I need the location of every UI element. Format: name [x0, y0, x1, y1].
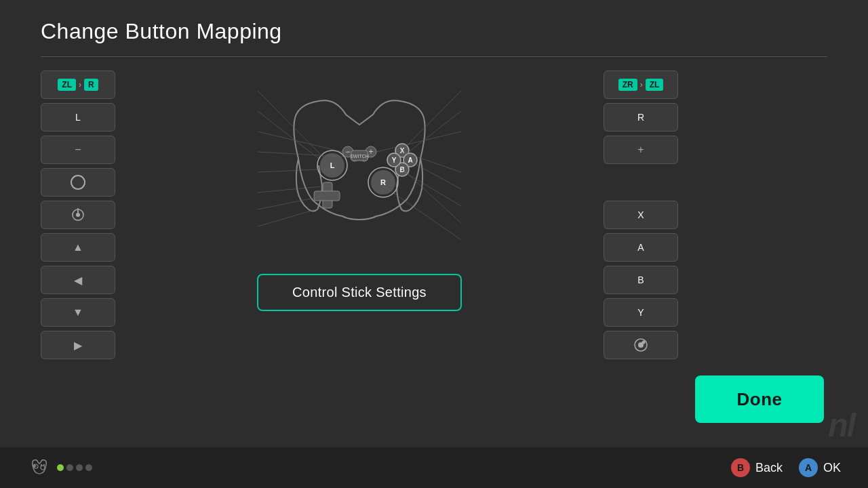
svg-text:L: L: [330, 161, 335, 169]
btn-dpad-left[interactable]: ◀: [41, 266, 115, 294]
controller-area: L R − + SWITCH: [129, 70, 590, 430]
svg-line-36: [395, 91, 461, 157]
svg-line-34: [258, 195, 328, 209]
dot-3: [76, 464, 83, 471]
btn-dpad-down[interactable]: ▼: [41, 298, 115, 327]
svg-line-37: [400, 111, 461, 159]
dpad-left-icon: ◀: [74, 274, 82, 287]
controller-icon: [27, 455, 52, 480]
btn-R[interactable]: R: [604, 103, 678, 131]
svg-text:R: R: [380, 178, 386, 186]
btn-B[interactable]: B: [604, 266, 678, 294]
zr-from-tag: ZR: [618, 79, 637, 91]
back-label: Back: [755, 461, 783, 475]
ok-hint: A OK: [799, 458, 841, 477]
btn-dpad-right[interactable]: ▶: [41, 331, 115, 359]
svg-line-38: [371, 131, 461, 153]
svg-text:SWITCH: SWITCH: [350, 154, 369, 159]
ok-label: OK: [823, 461, 841, 475]
btn-Y[interactable]: Y: [604, 298, 678, 327]
btn-B-label: B: [637, 274, 644, 285]
svg-point-51: [41, 464, 42, 466]
dot-4: [85, 464, 92, 471]
btn-plus[interactable]: +: [604, 136, 678, 164]
btn-L[interactable]: L: [41, 103, 115, 131]
left-button-column: ZL › R L − ▲ ◀ ▼: [41, 70, 115, 430]
b-button-icon: B: [731, 458, 750, 477]
spacer: [604, 168, 678, 197]
watermark: nl: [828, 407, 854, 444]
svg-point-52: [43, 464, 45, 466]
svg-text:X: X: [400, 147, 405, 155]
btn-dpad-up[interactable]: ▲: [41, 233, 115, 262]
dpad-down-icon: ▼: [73, 306, 83, 319]
btn-A[interactable]: A: [604, 233, 678, 262]
btn-Y-label: Y: [637, 307, 644, 318]
svg-line-32: [258, 169, 332, 172]
dot-indicators: [57, 464, 92, 471]
zl-from-tag: ZL: [58, 79, 76, 91]
btn-zr-zl[interactable]: ZR › ZL: [604, 70, 678, 99]
right-button-column: ZR › ZL R + X A B Y: [604, 70, 678, 430]
bottom-nav-hints: B Back A OK: [731, 458, 841, 477]
dpad-up-icon: ▲: [73, 241, 83, 253]
btn-L-label: L: [75, 112, 81, 123]
dot-2: [66, 464, 73, 471]
svg-text:A: A: [408, 157, 412, 164]
done-area: Done: [692, 70, 827, 430]
bottom-bar: B Back A OK: [0, 447, 868, 488]
svg-line-30: [258, 131, 348, 153]
zr-to-tag: ZL: [646, 79, 664, 91]
svg-point-46: [642, 341, 646, 344]
svg-line-29: [258, 111, 319, 159]
svg-line-35: [258, 206, 328, 226]
btn-screenshot[interactable]: [41, 201, 115, 229]
control-stick-settings-button[interactable]: Control Stick Settings: [257, 274, 462, 311]
svg-line-43: [383, 186, 461, 240]
btn-rstick[interactable]: [604, 331, 678, 359]
zl-to-tag: R: [84, 79, 98, 91]
btn-minus[interactable]: −: [41, 136, 115, 164]
capture-icon: [71, 175, 85, 190]
svg-point-1: [76, 213, 80, 217]
svg-line-28: [258, 91, 323, 157]
btn-capture[interactable]: [41, 168, 115, 197]
dpad-right-icon: ▶: [74, 339, 82, 352]
rstick-icon: [633, 338, 648, 352]
svg-text:+: +: [368, 147, 373, 157]
btn-R-label: R: [637, 112, 644, 123]
btn-X[interactable]: X: [604, 201, 678, 229]
screenshot-icon: [71, 208, 85, 222]
svg-point-48: [41, 466, 45, 470]
svg-line-41: [402, 171, 461, 206]
btn-X-label: X: [637, 209, 644, 220]
controller-image: L R − + SWITCH: [258, 77, 461, 253]
svg-rect-11: [314, 191, 340, 201]
done-button[interactable]: Done: [695, 375, 824, 423]
page-title: Change Button Mapping: [0, 0, 868, 56]
svg-rect-50: [33, 466, 37, 467]
plus-icon: +: [637, 144, 644, 156]
main-content: ZL › R L − ▲ ◀ ▼: [0, 57, 868, 443]
back-hint: B Back: [731, 458, 783, 477]
minus-icon: −: [75, 144, 81, 156]
a-button-icon: A: [799, 458, 818, 477]
btn-A-label: A: [637, 242, 644, 253]
btn-zl-r[interactable]: ZL › R: [41, 70, 115, 99]
dot-1: [57, 464, 64, 471]
